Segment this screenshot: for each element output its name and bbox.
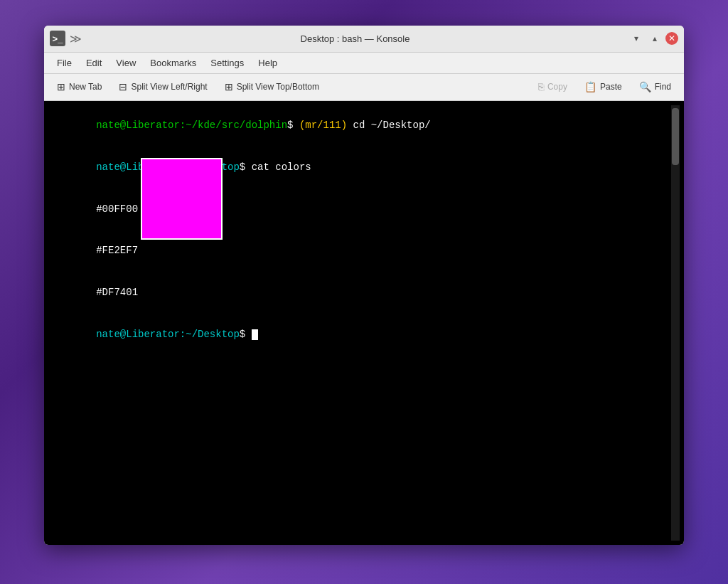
maximize-button[interactable]: ▴ xyxy=(647,31,663,46)
split-top-bottom-icon: ⊞ xyxy=(225,81,233,92)
menubar: File Edit View Bookmarks Settings Help xyxy=(44,53,684,74)
terminal-line-prompt: nate@Liberator:~/Desktop$ xyxy=(48,314,671,356)
new-tab-button[interactable]: ⊞ New Tab xyxy=(50,78,109,95)
copy-button[interactable]: ⎘ Copy xyxy=(531,78,574,95)
prompt-user-host-1: nate@Liberator:~/kde/src/dolphin xyxy=(96,120,287,131)
new-tab-icon: ⊞ xyxy=(57,81,65,92)
terminal-icon: >_ xyxy=(50,31,65,46)
color-swatch-popup xyxy=(141,158,223,240)
terminal[interactable]: nate@Liberator:~/kde/src/dolphin$ (mr/11… xyxy=(44,101,684,545)
split-view-top-bottom-button[interactable]: ⊞ Split View Top/Bottom xyxy=(218,78,326,95)
scrollbar-thumb[interactable] xyxy=(672,108,679,165)
find-icon: 🔍 xyxy=(639,81,651,92)
window-title: Desktop : bash — Konsole xyxy=(82,33,628,44)
titlebar-controls: ▾ ▴ ✕ xyxy=(628,31,678,46)
titlebar: >_ ≫ Desktop : bash — Konsole ▾ ▴ ✕ xyxy=(44,26,684,53)
menu-edit[interactable]: Edit xyxy=(79,55,109,71)
terminal-line-1: nate@Liberator:~/kde/src/dolphin$ (mr/11… xyxy=(48,105,671,147)
copy-icon: ⎘ xyxy=(538,81,544,92)
terminal-scrollbar[interactable] xyxy=(671,105,680,541)
konsole-window: >_ ≫ Desktop : bash — Konsole ▾ ▴ ✕ File… xyxy=(44,26,684,545)
titlebar-arrows-icon[interactable]: ≫ xyxy=(70,32,82,46)
minimize-button[interactable]: ▾ xyxy=(628,31,644,46)
menu-help[interactable]: Help xyxy=(251,55,284,71)
prompt-user-host-3: nate@Liberator:~/Desktop xyxy=(96,329,240,340)
split-view-left-right-button[interactable]: ⊟ Split View Left/Right xyxy=(112,78,214,95)
titlebar-left: >_ ≫ xyxy=(50,31,82,46)
paste-icon: 📋 xyxy=(584,81,596,92)
menu-settings[interactable]: Settings xyxy=(203,55,251,71)
toolbar: ⊞ New Tab ⊟ Split View Left/Right ⊞ Spli… xyxy=(44,74,684,101)
terminal-cursor xyxy=(252,329,258,340)
paste-button[interactable]: 📋 Paste xyxy=(577,78,629,95)
menu-view[interactable]: View xyxy=(109,55,143,71)
close-button[interactable]: ✕ xyxy=(665,32,678,45)
find-button[interactable]: 🔍 Find xyxy=(632,78,678,95)
terminal-content: nate@Liberator:~/kde/src/dolphin$ (mr/11… xyxy=(48,105,671,541)
menu-bookmarks[interactable]: Bookmarks xyxy=(143,55,203,71)
menu-file[interactable]: File xyxy=(50,55,79,71)
split-left-right-icon: ⊟ xyxy=(119,81,127,92)
terminal-output-3: #DF7401 xyxy=(48,272,671,314)
